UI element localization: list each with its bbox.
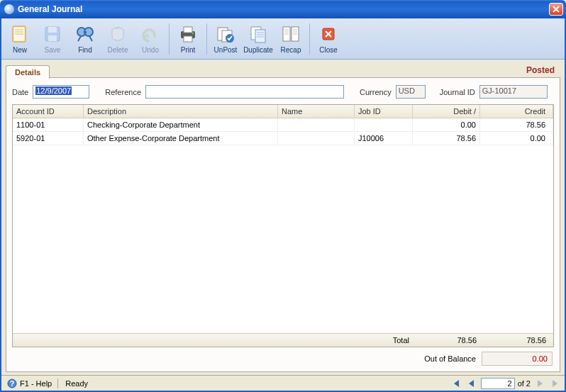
delete-button: Delete bbox=[102, 21, 133, 57]
nav-last-button bbox=[549, 378, 562, 389]
svg-line-9 bbox=[89, 36, 92, 41]
recap-icon bbox=[280, 23, 301, 45]
nav-last-icon bbox=[551, 380, 560, 387]
unpost-button[interactable]: UnPost bbox=[210, 21, 241, 57]
col-debit[interactable]: Debit / bbox=[413, 105, 480, 118]
recap-button[interactable]: Recap bbox=[275, 21, 306, 57]
page-input[interactable] bbox=[481, 378, 515, 389]
app-icon bbox=[4, 4, 14, 14]
reference-label: Reference bbox=[105, 88, 141, 96]
toolbar-separator bbox=[206, 23, 207, 55]
svg-rect-12 bbox=[184, 36, 192, 42]
undo-button: Undo bbox=[135, 21, 166, 57]
window-close-button[interactable] bbox=[549, 3, 563, 16]
find-button[interactable]: Find bbox=[70, 21, 101, 57]
total-label: Total bbox=[355, 334, 413, 347]
currency-field: USD bbox=[396, 85, 426, 99]
page-of-label: of 2 bbox=[518, 379, 531, 388]
date-field[interactable]: 12/9/2007 bbox=[33, 85, 89, 99]
svg-line-8 bbox=[78, 36, 81, 41]
col-description[interactable]: Description bbox=[84, 105, 278, 118]
nav-prev-icon bbox=[468, 380, 475, 387]
reference-field[interactable] bbox=[145, 85, 344, 99]
duplicate-button[interactable]: Duplicate bbox=[243, 21, 274, 57]
svg-rect-3 bbox=[48, 27, 57, 33]
svg-point-13 bbox=[192, 33, 194, 35]
status-text: Ready bbox=[61, 379, 92, 388]
help-icon: ? bbox=[7, 379, 17, 388]
col-name[interactable]: Name bbox=[278, 105, 355, 118]
total-debit: 78.56 bbox=[413, 334, 480, 347]
svg-text:?: ? bbox=[10, 379, 15, 388]
nav-first-icon bbox=[452, 380, 460, 387]
col-account-id[interactable]: Account ID bbox=[13, 105, 84, 118]
table-row[interactable]: 5920-01 Other Expense-Corporate Departme… bbox=[13, 132, 553, 145]
new-button[interactable]: New bbox=[4, 21, 35, 57]
svg-rect-7 bbox=[84, 31, 87, 33]
close-button[interactable]: Close bbox=[313, 21, 344, 57]
journal-grid: Account ID Description Name Job ID Debit… bbox=[12, 104, 554, 347]
save-button: Save bbox=[37, 21, 68, 57]
out-of-balance-value: 0.00 bbox=[482, 352, 553, 366]
posted-status: Posted bbox=[526, 65, 560, 78]
svg-rect-11 bbox=[184, 27, 192, 33]
delete-icon bbox=[107, 23, 128, 45]
help-button[interactable]: ? F1 - Help bbox=[4, 379, 55, 388]
close-tool-icon bbox=[318, 23, 339, 45]
titlebar: General Journal bbox=[0, 0, 566, 18]
toolbar: New Save Find Delete Undo Print UnPost bbox=[1, 18, 565, 60]
svg-rect-18 bbox=[255, 30, 265, 43]
journal-id-label: Journal ID bbox=[440, 88, 475, 96]
toolbar-separator bbox=[169, 23, 170, 55]
new-icon bbox=[9, 23, 30, 45]
print-button[interactable]: Print bbox=[172, 21, 204, 57]
table-row[interactable]: 1100-01 Checking-Corporate Department 0.… bbox=[13, 118, 553, 132]
tab-details[interactable]: Details bbox=[6, 65, 50, 79]
undo-icon bbox=[140, 23, 161, 45]
col-credit[interactable]: Credit bbox=[480, 105, 553, 118]
total-credit: 78.56 bbox=[480, 334, 553, 347]
duplicate-icon bbox=[248, 23, 269, 45]
svg-rect-4 bbox=[48, 35, 57, 41]
unpost-icon bbox=[215, 23, 236, 45]
nav-first-button[interactable] bbox=[450, 378, 462, 389]
col-job-id[interactable]: Job ID bbox=[355, 105, 413, 118]
nav-next-button bbox=[533, 378, 546, 389]
window-title: General Journal bbox=[18, 4, 549, 14]
date-label: Date bbox=[12, 88, 28, 96]
find-icon bbox=[74, 23, 96, 45]
journal-id-field: GJ-10017 bbox=[479, 85, 548, 99]
nav-prev-button[interactable] bbox=[465, 378, 478, 389]
statusbar: ? F1 - Help Ready of 2 bbox=[1, 375, 565, 391]
currency-label: Currency bbox=[360, 88, 392, 96]
save-icon bbox=[42, 23, 63, 45]
out-of-balance-label: Out of Balance bbox=[424, 354, 476, 363]
nav-next-icon bbox=[536, 380, 543, 387]
close-icon bbox=[553, 6, 560, 13]
toolbar-separator bbox=[309, 23, 310, 55]
print-icon bbox=[177, 23, 199, 45]
